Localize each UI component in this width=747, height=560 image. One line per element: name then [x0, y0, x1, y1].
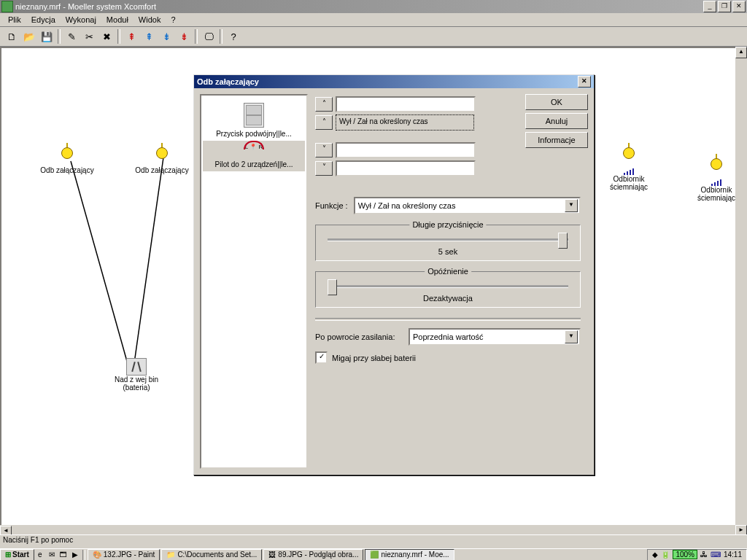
- taskbar: ⊞Start e ✉ 🗔 ▶ 🎨 132.JPG - Paint 📁 C:\Do…: [0, 548, 747, 560]
- main-titlebar: nieznany.mrf - Moeller system Xcomfort _…: [0, 0, 747, 13]
- delay-value: Dezaktywacja: [325, 294, 571, 303]
- slot1-field[interactable]: [336, 96, 476, 112]
- rf-recv-icon[interactable]: ⇟: [176, 28, 192, 44]
- menu-file[interactable]: Plik: [3, 14, 26, 26]
- delay-slider[interactable]: [328, 285, 568, 288]
- device-list[interactable]: Przycisk podwójny||le... L 📍 R Pilot do …: [200, 94, 308, 469]
- ok-button[interactable]: OK: [525, 94, 588, 110]
- slot4-field[interactable]: [336, 160, 476, 176]
- list-item-remote[interactable]: L 📍 R Pilot do 2 urządzeń||le...: [203, 141, 305, 171]
- device-odb2[interactable]: Odb załączający: [133, 143, 191, 174]
- list-item-rocker[interactable]: Przycisk podwójny||le...: [203, 100, 305, 141]
- slot2-field[interactable]: Wył / Zał na określony czas: [336, 114, 474, 131]
- list-item-remote-label: Pilot do 2 urządzeń||le...: [204, 160, 303, 168]
- save-icon[interactable]: 💾: [39, 28, 55, 44]
- zoom-badge[interactable]: 100%: [673, 550, 697, 559]
- delete-icon[interactable]: ✖: [98, 28, 115, 44]
- chevron-down-icon[interactable]: ▼: [565, 199, 578, 212]
- statusbar: Naciśnij F1 po pomoc: [0, 534, 747, 548]
- tray-icon[interactable]: 🖧: [700, 551, 708, 559]
- functions-combo[interactable]: Wył / Zał na określony czas ▼: [354, 197, 581, 214]
- list-item-rocker-label: Przycisk podwójny||le...: [204, 130, 303, 138]
- help-icon[interactable]: ?: [225, 28, 241, 44]
- tray-icon[interactable]: 🔋: [661, 551, 670, 559]
- dialog-odb: Odb załączający ✕ Przycisk podwójny||le.…: [193, 74, 595, 475]
- rf-send-icon[interactable]: ⇟: [158, 28, 174, 44]
- device-nadz[interactable]: Nad z wej bin (bateria): [107, 358, 166, 392]
- group-delay-label: Opóźnienie: [425, 267, 471, 276]
- device-dim1[interactable]: Odbiornik ściemniając: [600, 143, 658, 191]
- slot1-up-icon[interactable]: ˄: [315, 97, 333, 112]
- scroll-up-icon[interactable]: ▲: [735, 47, 747, 58]
- maximize-button[interactable]: ❐: [718, 1, 731, 12]
- blink-checkbox[interactable]: ✓ Migaj przy słabej baterii: [315, 351, 581, 364]
- dialog-title: Odb załączający: [197, 77, 259, 86]
- group-long-label: Długie przyciśnięcie: [409, 220, 486, 229]
- long-press-slider[interactable]: [328, 238, 568, 241]
- dialog-titlebar: Odb załączający ✕: [194, 75, 594, 88]
- tray-icon[interactable]: ◆: [652, 551, 658, 559]
- edit-icon[interactable]: ✎: [63, 28, 80, 44]
- open-icon[interactable]: 📂: [21, 28, 37, 44]
- ql-player-icon[interactable]: ▶: [70, 550, 80, 560]
- status-text: Naciśnij F1 po pomoc: [3, 536, 73, 544]
- device-odb1[interactable]: Odb załączający: [38, 143, 96, 174]
- task-paint[interactable]: 🎨 132.JPG - Paint: [88, 549, 160, 561]
- device-odb1-label: Odb załączający: [38, 166, 96, 174]
- menu-view[interactable]: Widok: [133, 14, 166, 26]
- svg-line-0: [71, 161, 129, 369]
- ql-mail-icon[interactable]: ✉: [47, 550, 57, 560]
- slot3-down-icon[interactable]: ˅: [315, 143, 333, 158]
- slot3-field[interactable]: [336, 142, 476, 158]
- app-icon: [1, 1, 13, 12]
- rocker-icon: [244, 103, 264, 128]
- blink-label: Migaj przy słabej baterii: [332, 354, 416, 362]
- window-title: nieznany.mrf - Moeller system Xcomfort: [15, 2, 156, 11]
- power-return-label: Po powrocie zasilania:: [315, 332, 403, 341]
- slot4-down-icon[interactable]: ˅: [315, 161, 333, 176]
- svg-line-1: [134, 158, 163, 363]
- monitor-icon[interactable]: 🖵: [201, 28, 217, 44]
- group-long-press: Długie przyciśnięcie 5 sek: [315, 225, 581, 261]
- ql-ie-icon[interactable]: e: [35, 550, 45, 560]
- cancel-button[interactable]: Anuluj: [525, 113, 588, 129]
- menu-module[interactable]: Moduł: [101, 14, 133, 26]
- device-nadz-label: Nad z wej bin (bateria): [107, 376, 166, 392]
- dialog-close-button[interactable]: ✕: [578, 76, 591, 88]
- vertical-scrollbar[interactable]: ▲ ▼: [735, 47, 747, 537]
- start-button[interactable]: ⊞Start: [0, 549, 34, 561]
- tray-lang-icon[interactable]: ⌨: [711, 551, 721, 559]
- rf-link-icon[interactable]: ⇞: [141, 28, 157, 44]
- info-button[interactable]: Informacje: [525, 132, 588, 148]
- slider-thumb[interactable]: [558, 233, 568, 249]
- slider-thumb[interactable]: [328, 279, 337, 295]
- remote-icon: L 📍 R: [243, 144, 265, 158]
- task-viewer[interactable]: 🖼 89.JPG - Podgląd obra...: [263, 549, 363, 561]
- slot2-up-icon[interactable]: ˄: [315, 115, 333, 130]
- device-dim1-label: Odbiornik ściemniając: [600, 175, 658, 191]
- cut-icon[interactable]: ✂: [81, 28, 97, 44]
- power-return-combo[interactable]: Poprzednia wartość ▼: [409, 328, 581, 346]
- system-tray: ◆ 🔋 100% 🖧 ⌨ 14:11: [647, 549, 747, 561]
- minimize-button[interactable]: _: [703, 1, 716, 12]
- ql-desktop-icon[interactable]: 🗔: [58, 550, 69, 560]
- menubar: Plik Edycja Wykonaj Moduł Widok ?: [0, 13, 747, 27]
- group-delay: Opóźnienie Dezaktywacja: [315, 271, 581, 308]
- menu-execute[interactable]: Wykonaj: [61, 14, 101, 26]
- close-button[interactable]: ✕: [732, 1, 746, 12]
- functions-value: Wył / Zał na określony czas: [358, 201, 456, 210]
- toolbar: 🗋 📂 💾 ✎ ✂ ✖ ⇞ ⇞ ⇟ ⇟ 🖵 ?: [0, 27, 747, 47]
- device-odb2-label: Odb załączający: [133, 166, 191, 174]
- menu-help[interactable]: ?: [166, 14, 180, 26]
- checkbox-icon: ✓: [315, 351, 328, 364]
- task-explorer[interactable]: 📁 C:\Documents and Set...: [161, 549, 262, 561]
- power-return-value: Poprzednia wartość: [413, 332, 484, 341]
- new-icon[interactable]: 🗋: [4, 28, 20, 44]
- menu-edit[interactable]: Edycja: [26, 14, 61, 26]
- long-press-value: 5 sek: [325, 247, 571, 256]
- functions-label: Funkcje :: [315, 201, 348, 210]
- task-xcomfort[interactable]: 🟩 nieznany.mrf - Moe...: [365, 549, 454, 561]
- chevron-down-icon[interactable]: ▼: [565, 330, 578, 343]
- rf-scan-icon[interactable]: ⇞: [123, 28, 139, 44]
- clock[interactable]: 14:11: [724, 551, 742, 559]
